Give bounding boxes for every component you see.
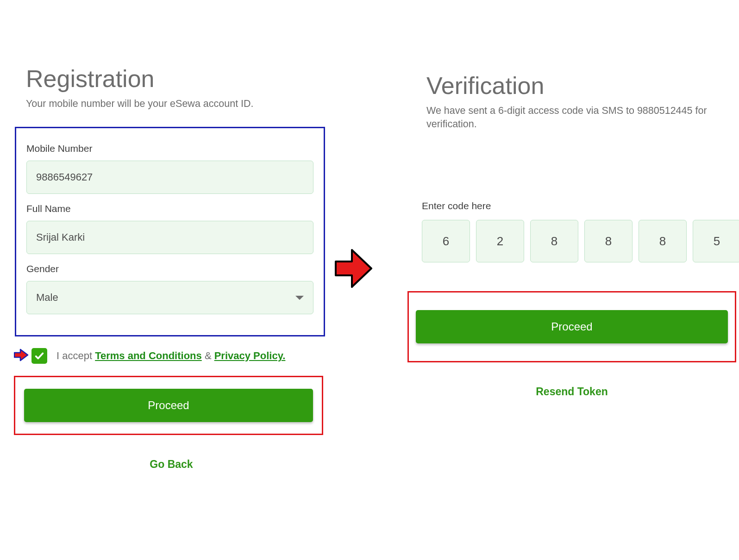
gender-label: Gender: [26, 263, 313, 274]
code-digit-3[interactable]: [530, 220, 578, 262]
gender-selected-value: Male: [36, 292, 58, 304]
code-digit-5[interactable]: [639, 220, 687, 262]
registration-form-highlight: Mobile Number Full Name Gender Male: [15, 127, 325, 336]
registration-subtitle: Your mobile number will be your eSewa ac…: [14, 97, 329, 111]
right-arrow-icon: [14, 348, 29, 363]
mobile-label: Mobile Number: [26, 143, 313, 154]
proceed-button[interactable]: Proceed: [416, 310, 728, 343]
gender-select[interactable]: Male: [26, 281, 313, 314]
fullname-input[interactable]: [26, 221, 313, 254]
terms-link[interactable]: Terms and Conditions: [95, 350, 202, 361]
code-digit-6[interactable]: [693, 220, 739, 262]
resend-token-link[interactable]: Resend Token: [414, 386, 729, 398]
registration-panel: Registration Your mobile number will be …: [14, 5, 329, 471]
svg-marker-0: [336, 250, 371, 287]
terms-checkbox[interactable]: [31, 348, 47, 364]
proceed-highlight: Proceed: [407, 291, 736, 362]
verification-panel: Verification We have sent a 6-digit acce…: [414, 5, 729, 398]
code-digit-2[interactable]: [476, 220, 524, 262]
verification-title: Verification: [414, 5, 729, 100]
fullname-label: Full Name: [26, 203, 313, 214]
code-digit-1[interactable]: [422, 220, 470, 262]
mobile-input[interactable]: [26, 161, 313, 194]
proceed-button[interactable]: Proceed: [24, 389, 313, 422]
registration-title: Registration: [14, 5, 329, 93]
code-digit-4[interactable]: [584, 220, 633, 262]
proceed-highlight: Proceed: [14, 376, 323, 435]
svg-marker-1: [14, 349, 28, 361]
verification-subtitle: We have sent a 6-digit access code via S…: [414, 104, 711, 131]
terms-text: I accept Terms and Conditions & Privacy …: [56, 350, 285, 362]
chevron-down-icon: [295, 296, 304, 300]
right-arrow-icon: [333, 245, 373, 293]
code-label: Enter code here: [414, 200, 729, 212]
go-back-link[interactable]: Go Back: [14, 458, 329, 471]
code-input-group: [414, 220, 729, 262]
privacy-link[interactable]: Privacy Policy.: [214, 350, 286, 361]
